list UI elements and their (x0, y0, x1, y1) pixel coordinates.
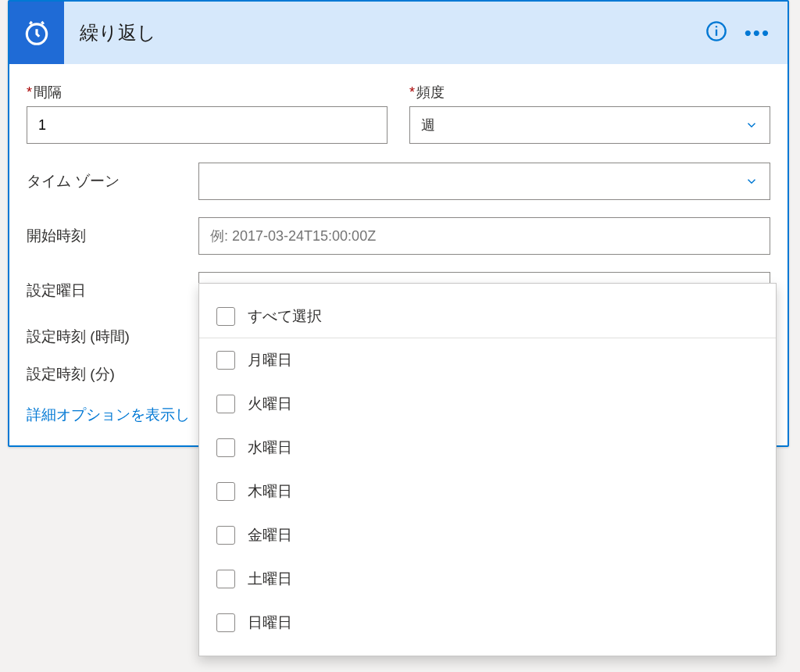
chevron-down-icon (745, 174, 759, 188)
option-label: 金曜日 (248, 525, 292, 545)
checkbox[interactable] (216, 438, 235, 457)
hours-label: 設定時刻 (時間) (27, 327, 183, 347)
option-label: 木曜日 (248, 481, 292, 502)
option-label: 火曜日 (248, 394, 292, 414)
option-label: すべて選択 (248, 306, 322, 327)
minutes-label: 設定時刻 (分) (27, 364, 183, 384)
option-label: 土曜日 (248, 569, 292, 589)
timezone-dropdown[interactable] (198, 163, 770, 200)
svg-point-3 (716, 26, 717, 27)
checkbox[interactable] (216, 351, 235, 370)
option-tuesday[interactable]: 火曜日 (199, 382, 776, 426)
frequency-field: *頻度 週 (409, 83, 770, 144)
timezone-row: タイム ゾーン (27, 163, 770, 200)
checkbox[interactable] (216, 613, 235, 632)
header-actions: ••• (705, 20, 788, 46)
interval-field: *間隔 (27, 83, 388, 144)
option-monday[interactable]: 月曜日 (199, 338, 776, 382)
starttime-input[interactable] (198, 217, 770, 255)
card-header: 繰り返し ••• (9, 2, 788, 64)
starttime-row: 開始時刻 (27, 217, 770, 255)
card-title: 繰り返し (80, 20, 705, 45)
weekdays-dropdown-list[interactable]: すべて選択 月曜日 火曜日 水曜日 木曜日 金曜日 (199, 284, 776, 656)
option-label: 月曜日 (248, 350, 292, 370)
checkbox[interactable] (216, 570, 235, 588)
checkbox[interactable] (216, 395, 235, 413)
show-advanced-link[interactable]: 詳細オプションを表示し (27, 405, 190, 425)
chevron-down-icon (745, 118, 759, 132)
interval-label: *間隔 (27, 83, 388, 102)
option-sunday[interactable]: 日曜日 (199, 601, 776, 645)
checkbox[interactable] (216, 307, 235, 326)
frequency-value: 週 (421, 116, 435, 134)
info-icon[interactable] (705, 20, 727, 46)
option-saturday[interactable]: 土曜日 (199, 557, 776, 601)
option-label: 日曜日 (248, 613, 292, 633)
checkbox[interactable] (216, 482, 235, 501)
option-friday[interactable]: 金曜日 (199, 513, 776, 557)
timezone-label: タイム ゾーン (27, 171, 183, 191)
option-select-all[interactable]: すべて選択 (199, 295, 776, 338)
frequency-label: *頻度 (409, 83, 770, 102)
recurrence-icon (9, 2, 64, 64)
checkbox[interactable] (216, 526, 235, 545)
option-wednesday[interactable]: 水曜日 (199, 426, 776, 470)
recurrence-card: 繰り返し ••• *間隔 *頻度 (8, 0, 789, 447)
option-label: 水曜日 (248, 438, 292, 458)
starttime-label: 開始時刻 (27, 226, 183, 246)
top-row: *間隔 *頻度 週 (27, 83, 770, 144)
option-thursday[interactable]: 木曜日 (199, 470, 776, 513)
frequency-dropdown[interactable]: 週 (409, 106, 770, 144)
more-icon[interactable]: ••• (745, 21, 770, 45)
weekdays-dropdown-panel: すべて選択 月曜日 火曜日 水曜日 木曜日 金曜日 (198, 283, 777, 656)
weekdays-label: 設定曜日 (27, 281, 183, 301)
interval-input[interactable] (27, 106, 388, 144)
